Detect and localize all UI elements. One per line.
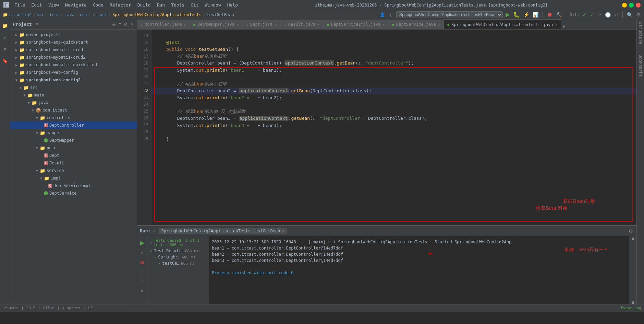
coverage-button[interactable]: ⚡: [523, 11, 530, 18]
git-rollback-button[interactable]: ↩: [613, 11, 619, 18]
project-icon[interactable]: 📁: [1, 22, 9, 30]
tree-item-src[interactable]: ▼ 📁 src: [10, 84, 137, 91]
breadcrumb-itcast[interactable]: itcast: [92, 12, 107, 17]
git-x-button[interactable]: ✓: [589, 11, 595, 18]
code-content[interactable]: @Test public void testGetBean() { // 根据b…: [151, 30, 636, 225]
run-rerun-failed-btn[interactable]: ✓: [139, 250, 145, 256]
stop-button[interactable]: ⏹: [546, 11, 553, 19]
bookmarks-side-btn[interactable]: Bookmarks: [638, 55, 643, 77]
tree-item-mapper[interactable]: ▼ 📁 mapper: [10, 129, 137, 137]
settings-button[interactable]: ⚙: [635, 11, 641, 18]
tab-deptmapper[interactable]: ● DeptMapper.java ×: [190, 20, 243, 29]
menu-file[interactable]: File: [12, 2, 28, 8]
run-button[interactable]: ▶: [505, 11, 510, 19]
tree-item-aop[interactable]: ▶ 📁 springboot-aop-quickstart: [10, 38, 137, 46]
tree-item-deptmapper[interactable]: I DeptMapper: [10, 137, 137, 144]
test-result-springbc[interactable]: ✓ Springbc… 686 ms: [149, 254, 207, 260]
tree-item-dept[interactable]: C Dept: [10, 152, 137, 159]
minimize-button[interactable]: [622, 3, 627, 8]
breadcrumb-com[interactable]: com: [80, 12, 87, 17]
tab-result-close[interactable]: ×: [317, 22, 320, 27]
menu-git[interactable]: Git: [188, 2, 201, 8]
search-backward-button[interactable]: ◁: [387, 12, 394, 18]
menu-tools[interactable]: Tools: [168, 2, 187, 8]
panel-sync-btn[interactable]: ⊕: [111, 21, 117, 27]
tree-item-mybatis-quickstart[interactable]: ▶ 📁 springboot-mybatis-quickstart: [10, 61, 137, 69]
profile-button[interactable]: 📊: [532, 11, 539, 18]
tree-item-web-config2[interactable]: ▼ 📁 springboot-web-config2: [10, 76, 137, 84]
test-result-suite[interactable]: ✓ Test Results 686 ms: [149, 248, 207, 254]
tree-item-result[interactable]: C Result: [10, 159, 137, 167]
tree-item-mybatis-crud[interactable]: ▶ 📁 springboot-mybatis-crud: [10, 46, 137, 54]
build-button[interactable]: 🔨: [555, 11, 562, 18]
tree-item-com-itcast[interactable]: ▼ 📦 com.itcast: [10, 106, 137, 114]
tab-dept-close[interactable]: ×: [275, 22, 277, 27]
tab-deptservice-close[interactable]: ×: [438, 22, 440, 27]
breadcrumb-java[interactable]: java: [64, 12, 74, 17]
run-stop-btn[interactable]: ⊠: [139, 259, 145, 266]
scroll-up-btn[interactable]: [632, 238, 634, 240]
tab-deptserviceimpl[interactable]: ● DeptServiceImpl.java ×: [324, 20, 389, 29]
tab-result[interactable]: ☕ Result.java ×: [281, 20, 324, 29]
run-panel-settings-btn[interactable]: ⚙: [628, 228, 634, 234]
tab-controller-close[interactable]: ×: [184, 22, 186, 27]
run-tab-close[interactable]: ×: [281, 229, 284, 233]
scroll-down-btn[interactable]: [632, 301, 634, 304]
menu-view[interactable]: View: [46, 2, 62, 8]
maximize-button[interactable]: [629, 3, 634, 8]
menu-edit[interactable]: Edit: [28, 2, 45, 8]
menu-code[interactable]: Code: [90, 2, 106, 8]
git-history-button[interactable]: 🕐: [604, 11, 611, 18]
tab-springboot-tests-close[interactable]: ×: [555, 22, 558, 27]
tab-deptserviceimpl-close[interactable]: ×: [382, 22, 385, 27]
tab-dept[interactable]: ☕ Dept.java ×: [243, 20, 281, 29]
event-log[interactable]: Event Log: [621, 306, 641, 310]
tab-springboot-tests[interactable]: ● SpringbootWebConfig2ApplicationTests.j…: [444, 20, 561, 29]
structure-icon[interactable]: ≡: [1, 45, 9, 53]
search-button[interactable]: 🔍: [626, 11, 633, 18]
panel-close-btn[interactable]: ×: [130, 21, 134, 27]
tree-item-main[interactable]: ▼ 📁 main: [10, 91, 137, 99]
tree-item-java[interactable]: ▼ 📁 java: [10, 99, 137, 106]
tree-item-impl[interactable]: ▼ 📁 impl: [10, 174, 137, 182]
run-export-btn[interactable]: »: [140, 287, 144, 294]
menu-build[interactable]: Build: [135, 2, 154, 8]
tab-deptservice[interactable]: ● DeptService.java ×: [389, 20, 444, 29]
git-arrow-button[interactable]: ↗: [597, 11, 602, 18]
menu-window[interactable]: Window: [202, 2, 224, 8]
tree-item-deptservice[interactable]: I DeptService: [10, 189, 137, 197]
git-check-button[interactable]: ✓: [582, 11, 587, 18]
tree-item-deptcontroller[interactable]: C DeptController: [10, 121, 137, 129]
breadcrumb-b-config2[interactable]: b-config2: [9, 12, 32, 17]
tree-item-mybatis-crud2[interactable]: ▶ 📁 springboot-mybatis-crud2: [10, 54, 137, 61]
run-tab[interactable]: SpringbootWebConfig2ApplicationTests.tes…: [159, 228, 287, 234]
breadcrumb-method[interactable]: testGetBean: [207, 12, 234, 17]
menu-help[interactable]: Help: [224, 2, 241, 8]
tree-item-maven[interactable]: ▶ 📁 maven-projectC: [10, 31, 137, 38]
breadcrumb-src[interactable]: src: [37, 12, 44, 17]
menu-navigate[interactable]: Navigate: [62, 2, 89, 8]
breadcrumb-class[interactable]: SpringbootWebConfig2ApplicationTests: [112, 12, 202, 17]
run-filter-btn[interactable]: ↕: [140, 278, 144, 284]
bookmarks-icon[interactable]: 🔖: [1, 57, 9, 65]
tree-item-pojo[interactable]: ▼ 📁 pojo: [10, 144, 137, 152]
panel-settings-btn[interactable]: ⚙: [123, 21, 129, 27]
breadcrumb-test[interactable]: test: [49, 12, 59, 17]
debug-button[interactable]: 🐛: [512, 11, 521, 19]
menu-refactor[interactable]: Refactor: [107, 2, 134, 8]
run-sort-btn[interactable]: ↕: [140, 268, 144, 275]
commit-icon[interactable]: ✔: [1, 34, 9, 41]
panel-dropdown[interactable]: ▼: [36, 22, 38, 26]
panel-collapse-btn[interactable]: ≡: [118, 21, 122, 27]
tab-deptmapper-close[interactable]: ×: [236, 22, 239, 27]
tab-controller[interactable]: ☕ controller.java ×: [137, 20, 190, 29]
tree-item-service[interactable]: ▼ 📁 service: [10, 167, 137, 174]
tab-overflow[interactable]: ▼: [562, 24, 565, 29]
tree-item-controller[interactable]: ▼ 📁 controller: [10, 114, 137, 121]
run-rerun-btn[interactable]: ▶: [139, 239, 145, 247]
structure-side-btn[interactable]: Structure: [638, 22, 643, 44]
run-config-select[interactable]: SpringbootWebConfig2ApplicationTests.tes…: [396, 11, 503, 18]
menu-run[interactable]: Run: [154, 2, 168, 8]
close-button[interactable]: [636, 3, 641, 8]
tree-item-web-config[interactable]: ▶ 📁 springboot-web-config: [10, 69, 137, 76]
